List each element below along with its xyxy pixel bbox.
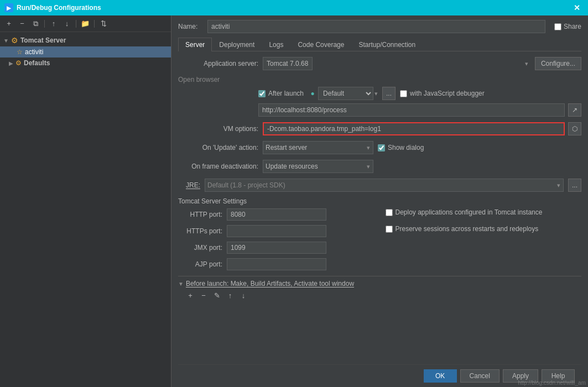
- tab-startup-connection[interactable]: Startup/Connection: [351, 38, 423, 51]
- url-input[interactable]: [258, 103, 565, 117]
- vm-options-row: VM options: ⬡: [178, 122, 581, 135]
- vm-options-control: ⬡: [263, 122, 581, 135]
- sort-button[interactable]: ⇅: [98, 18, 109, 29]
- preserve-check-label[interactable]: Preserve sessions across restarts and re…: [386, 225, 582, 233]
- tomcat-expand-arrow: ▼: [3, 38, 9, 44]
- toolbar-separator-1: [44, 20, 45, 28]
- vm-expand-button[interactable]: ⬡: [568, 122, 581, 135]
- name-label: Name:: [178, 23, 203, 30]
- ok-button[interactable]: OK: [424, 369, 457, 383]
- deploy-check-label[interactable]: Deploy applications configured in Tomcat…: [386, 208, 582, 216]
- port-grid: HTTP port: Deploy applications configure…: [178, 208, 581, 270]
- move-up-button[interactable]: ↑: [48, 18, 59, 29]
- on-frame-dropdown-wrap: Update resources: [263, 160, 373, 173]
- tab-server[interactable]: Server: [178, 38, 212, 51]
- close-button[interactable]: ✕: [570, 2, 584, 13]
- bl-up-button[interactable]: ↑: [225, 290, 236, 301]
- preserve-check-text: Preserve sessions across restarts and re…: [396, 225, 539, 233]
- before-launch-arrow: ▼: [178, 281, 184, 287]
- left-panel: + − ⧉ ↑ ↓ 📁 ⇅ ▼ ⚙ Tomcat Server ☆ activi…: [0, 15, 171, 387]
- with-js-checkbox[interactable]: [400, 90, 407, 97]
- defaults-label: Defaults: [24, 59, 50, 67]
- cancel-button[interactable]: Cancel: [460, 369, 499, 383]
- with-js-label[interactable]: with JavaScript debugger: [400, 90, 485, 97]
- http-port-label: HTTP port:: [178, 211, 222, 218]
- bl-edit-button[interactable]: ✎: [211, 290, 222, 301]
- ajp-port-input[interactable]: [227, 258, 326, 270]
- copy-config-button[interactable]: ⧉: [30, 18, 41, 29]
- browser-arrow: ▾: [374, 90, 378, 97]
- before-launch-section: ▼ Before launch: Make, Build Artifacts, …: [178, 276, 581, 301]
- browser-ellipsis-button[interactable]: ...: [382, 87, 396, 100]
- folder-button[interactable]: 📁: [80, 18, 91, 29]
- tree-area: ▼ ⚙ Tomcat Server ☆ activiti ▶ ⚙ Default…: [0, 32, 171, 387]
- activiti-icon: ☆: [17, 48, 23, 56]
- tomcat-settings-label: Tomcat Server Settings: [178, 197, 247, 205]
- before-launch-header[interactable]: ▼ Before launch: Make, Build Artifacts, …: [178, 280, 581, 287]
- open-browser-label: Open browser: [178, 76, 220, 83]
- share-label[interactable]: Share: [554, 23, 581, 30]
- https-port-label: HTTPs port:: [178, 227, 222, 235]
- title-bar-left: ▶ Run/Debug Configurations: [4, 3, 101, 12]
- toolbar-separator-3: [94, 20, 95, 28]
- before-launch-label: Before launch: Make, Build Artifacts, Ac…: [186, 280, 354, 287]
- tab-deployment[interactable]: Deployment: [212, 38, 262, 51]
- jre-form-label: JRE:: [178, 181, 200, 189]
- jre-ellipsis-button[interactable]: ...: [568, 179, 581, 192]
- jre-dropdown[interactable]: Default (1.8 - project SDK): [205, 179, 564, 192]
- jmx-port-input[interactable]: [227, 242, 326, 254]
- app-icon: ▶: [4, 3, 13, 12]
- after-launch-row: After launch ● Default ▾ ... with JavaSc…: [258, 87, 581, 100]
- vm-options-input[interactable]: [263, 122, 565, 135]
- share-checkbox[interactable]: [554, 23, 561, 30]
- after-launch-checkbox[interactable]: [258, 90, 266, 97]
- tab-logs[interactable]: Logs: [262, 38, 290, 51]
- after-launch-check-label[interactable]: After launch: [258, 90, 304, 97]
- on-update-dropdown-wrap: Restart server: [263, 141, 373, 154]
- bl-add-button[interactable]: +: [185, 290, 196, 301]
- activiti-tree-item[interactable]: ☆ activiti: [0, 46, 171, 57]
- toolbar-separator-2: [76, 20, 76, 28]
- browser-dropdown[interactable]: Default: [318, 87, 373, 100]
- defaults-tree-item[interactable]: ▶ ⚙ Defaults: [0, 57, 171, 69]
- share-text: Share: [564, 23, 581, 30]
- configure-button[interactable]: Configure...: [535, 57, 581, 70]
- app-server-control: Tomcat 7.0.68 Configure...: [263, 57, 581, 70]
- bottom-bar: OK Cancel Apply Help: [178, 364, 581, 387]
- name-row: Name: Share: [178, 20, 581, 33]
- apply-button[interactable]: Apply: [503, 369, 538, 383]
- tab-code-coverage[interactable]: Code Coverage: [290, 38, 351, 51]
- name-input[interactable]: [207, 20, 545, 33]
- on-frame-dropdown[interactable]: Update resources: [263, 160, 373, 173]
- bl-down-button[interactable]: ↓: [238, 290, 249, 301]
- app-server-dropdown[interactable]: Tomcat 7.0.68: [263, 57, 313, 70]
- deploy-checkbox[interactable]: [386, 209, 393, 216]
- help-button[interactable]: Help: [542, 369, 575, 383]
- bl-remove-button[interactable]: −: [198, 290, 209, 301]
- preserve-row: Preserve sessions across restarts and re…: [386, 225, 582, 237]
- show-dialog-label[interactable]: Show dialog: [378, 144, 424, 151]
- https-port-row: HTTPs port:: [178, 225, 374, 237]
- remove-config-button[interactable]: −: [17, 18, 28, 29]
- tomcat-group-header[interactable]: ▼ ⚙ Tomcat Server: [0, 34, 171, 46]
- preserve-checkbox[interactable]: [386, 226, 393, 233]
- left-toolbar: + − ⧉ ↑ ↓ 📁 ⇅: [0, 15, 171, 32]
- on-update-label: On 'Update' action:: [178, 144, 258, 151]
- show-dialog-checkbox[interactable]: [378, 144, 385, 151]
- http-port-input[interactable]: [227, 208, 326, 221]
- http-port-row: HTTP port:: [178, 208, 374, 221]
- on-frame-row: On frame deactivation: Update resources: [178, 160, 581, 173]
- deploy-check-text: Deploy applications configured in Tomcat…: [396, 208, 543, 216]
- url-expand-button[interactable]: ↗: [568, 103, 581, 117]
- open-browser-section: Open browser: [178, 76, 581, 83]
- app-server-dropdown-wrap: Tomcat 7.0.68: [263, 57, 532, 70]
- url-row: ↗: [258, 103, 581, 117]
- add-config-button[interactable]: +: [3, 18, 14, 29]
- on-update-dropdown[interactable]: Restart server: [263, 141, 373, 154]
- tomcat-icon: ⚙: [11, 36, 18, 45]
- https-port-input[interactable]: [227, 225, 326, 237]
- move-down-button[interactable]: ↓: [61, 18, 72, 29]
- ajp-port-row: AJP port:: [178, 258, 374, 270]
- on-frame-label: On frame deactivation:: [178, 163, 258, 170]
- on-update-row: On 'Update' action: Restart server Show …: [178, 141, 581, 154]
